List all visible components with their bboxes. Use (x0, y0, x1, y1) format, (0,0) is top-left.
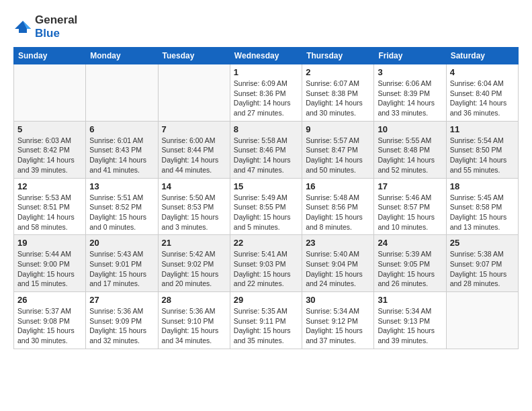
day-number: 28 (162, 295, 226, 305)
weekday-header-tuesday: Tuesday (158, 48, 230, 64)
day-number: 2 (306, 67, 370, 77)
day-number: 1 (234, 67, 298, 77)
day-info: Sunrise: 5:38 AM Sunset: 9:07 PM Dayligh… (450, 249, 515, 289)
day-number: 13 (89, 181, 154, 191)
day-number: 5 (17, 124, 82, 134)
day-number: 27 (89, 295, 154, 305)
day-info: Sunrise: 5:42 AM Sunset: 9:02 PM Dayligh… (162, 249, 226, 289)
weekday-header-wednesday: Wednesday (230, 48, 302, 64)
day-info: Sunrise: 5:36 AM Sunset: 9:09 PM Dayligh… (89, 306, 154, 346)
day-info: Sunrise: 6:04 AM Sunset: 8:40 PM Dayligh… (450, 79, 515, 118)
day-info: Sunrise: 5:36 AM Sunset: 9:10 PM Dayligh… (162, 306, 226, 346)
day-number: 15 (234, 181, 298, 191)
calendar-cell: 9Sunrise: 5:57 AM Sunset: 8:47 PM Daylig… (302, 121, 374, 178)
day-number: 4 (450, 67, 515, 77)
calendar-cell (86, 64, 158, 122)
calendar-cell: 29Sunrise: 5:35 AM Sunset: 9:11 PM Dayli… (230, 292, 302, 349)
day-info: Sunrise: 5:35 AM Sunset: 9:11 PM Dayligh… (234, 306, 298, 346)
calendar-cell: 10Sunrise: 5:55 AM Sunset: 8:48 PM Dayli… (374, 121, 446, 178)
day-number: 8 (234, 124, 298, 134)
calendar-cell: 15Sunrise: 5:49 AM Sunset: 8:55 PM Dayli… (230, 178, 302, 235)
calendar-cell: 27Sunrise: 5:36 AM Sunset: 9:09 PM Dayli… (86, 292, 158, 349)
calendar-cell (14, 64, 86, 122)
calendar-cell: 20Sunrise: 5:43 AM Sunset: 9:01 PM Dayli… (86, 235, 158, 292)
day-info: Sunrise: 5:34 AM Sunset: 9:13 PM Dayligh… (378, 306, 442, 346)
day-number: 20 (89, 238, 154, 248)
day-info: Sunrise: 5:51 AM Sunset: 8:52 PM Dayligh… (89, 193, 154, 232)
day-number: 31 (378, 295, 442, 305)
day-info: Sunrise: 6:00 AM Sunset: 8:44 PM Dayligh… (162, 136, 226, 175)
calendar-cell: 14Sunrise: 5:50 AM Sunset: 8:53 PM Dayli… (158, 178, 230, 235)
day-info: Sunrise: 5:45 AM Sunset: 8:58 PM Dayligh… (450, 193, 515, 232)
logo-blue: Blue (35, 27, 60, 40)
calendar-cell: 26Sunrise: 5:37 AM Sunset: 9:08 PM Dayli… (14, 292, 86, 349)
calendar-cell: 25Sunrise: 5:38 AM Sunset: 9:07 PM Dayli… (446, 235, 518, 292)
calendar-cell: 16Sunrise: 5:48 AM Sunset: 8:56 PM Dayli… (302, 178, 374, 235)
day-info: Sunrise: 5:41 AM Sunset: 9:03 PM Dayligh… (234, 249, 298, 289)
calendar-cell: 2Sunrise: 6:07 AM Sunset: 8:38 PM Daylig… (302, 64, 374, 122)
calendar-week-row: 1Sunrise: 6:09 AM Sunset: 8:36 PM Daylig… (14, 64, 519, 122)
day-info: Sunrise: 5:55 AM Sunset: 8:48 PM Dayligh… (378, 136, 442, 175)
logo-general: General (35, 13, 77, 26)
day-number: 16 (306, 181, 370, 191)
calendar-cell: 11Sunrise: 5:54 AM Sunset: 8:50 PM Dayli… (446, 121, 518, 178)
calendar-cell: 30Sunrise: 5:34 AM Sunset: 9:12 PM Dayli… (302, 292, 374, 349)
calendar-cell: 1Sunrise: 6:09 AM Sunset: 8:36 PM Daylig… (230, 64, 302, 122)
day-info: Sunrise: 6:09 AM Sunset: 8:36 PM Dayligh… (234, 79, 298, 118)
page-header: General Blue (13, 13, 519, 40)
logo-icon (13, 19, 32, 34)
weekday-header-sunday: Sunday (14, 48, 86, 64)
calendar-week-row: 26Sunrise: 5:37 AM Sunset: 9:08 PM Dayli… (14, 292, 519, 349)
calendar-cell: 12Sunrise: 5:53 AM Sunset: 8:51 PM Dayli… (14, 178, 86, 235)
day-info: Sunrise: 5:39 AM Sunset: 9:05 PM Dayligh… (378, 249, 442, 289)
day-number: 9 (306, 124, 370, 134)
day-info: Sunrise: 5:57 AM Sunset: 8:47 PM Dayligh… (306, 136, 370, 175)
calendar-cell: 24Sunrise: 5:39 AM Sunset: 9:05 PM Dayli… (374, 235, 446, 292)
day-info: Sunrise: 6:01 AM Sunset: 8:43 PM Dayligh… (89, 136, 154, 175)
day-number: 11 (450, 124, 515, 134)
calendar-cell: 28Sunrise: 5:36 AM Sunset: 9:10 PM Dayli… (158, 292, 230, 349)
calendar-cell: 8Sunrise: 5:58 AM Sunset: 8:46 PM Daylig… (230, 121, 302, 178)
weekday-header-thursday: Thursday (302, 48, 374, 64)
calendar-week-row: 12Sunrise: 5:53 AM Sunset: 8:51 PM Dayli… (14, 178, 519, 235)
calendar-cell: 19Sunrise: 5:44 AM Sunset: 9:00 PM Dayli… (14, 235, 86, 292)
day-number: 24 (378, 238, 442, 248)
day-number: 21 (162, 238, 226, 248)
day-number: 10 (378, 124, 442, 134)
day-number: 18 (450, 181, 515, 191)
day-number: 22 (234, 238, 298, 248)
day-info: Sunrise: 5:37 AM Sunset: 9:08 PM Dayligh… (17, 306, 82, 346)
day-info: Sunrise: 5:53 AM Sunset: 8:51 PM Dayligh… (17, 193, 82, 232)
weekday-header-friday: Friday (374, 48, 446, 64)
day-info: Sunrise: 5:58 AM Sunset: 8:46 PM Dayligh… (234, 136, 298, 175)
day-number: 17 (378, 181, 442, 191)
weekday-header-saturday: Saturday (446, 48, 518, 64)
weekday-header-monday: Monday (86, 48, 158, 64)
day-info: Sunrise: 5:40 AM Sunset: 9:04 PM Dayligh… (306, 249, 370, 289)
calendar-week-row: 19Sunrise: 5:44 AM Sunset: 9:00 PM Dayli… (14, 235, 519, 292)
day-number: 14 (162, 181, 226, 191)
day-info: Sunrise: 5:34 AM Sunset: 9:12 PM Dayligh… (306, 306, 370, 346)
calendar-cell: 31Sunrise: 5:34 AM Sunset: 9:13 PM Dayli… (374, 292, 446, 349)
calendar-cell: 22Sunrise: 5:41 AM Sunset: 9:03 PM Dayli… (230, 235, 302, 292)
day-number: 30 (306, 295, 370, 305)
calendar-cell: 23Sunrise: 5:40 AM Sunset: 9:04 PM Dayli… (302, 235, 374, 292)
day-number: 6 (89, 124, 154, 134)
weekday-header-row: SundayMondayTuesdayWednesdayThursdayFrid… (14, 48, 519, 64)
calendar-cell (158, 64, 230, 122)
logo: General Blue (13, 13, 77, 40)
day-info: Sunrise: 5:54 AM Sunset: 8:50 PM Dayligh… (450, 136, 515, 175)
calendar-cell: 13Sunrise: 5:51 AM Sunset: 8:52 PM Dayli… (86, 178, 158, 235)
day-info: Sunrise: 6:03 AM Sunset: 8:42 PM Dayligh… (17, 136, 82, 175)
calendar-cell: 21Sunrise: 5:42 AM Sunset: 9:02 PM Dayli… (158, 235, 230, 292)
day-number: 23 (306, 238, 370, 248)
day-info: Sunrise: 6:06 AM Sunset: 8:39 PM Dayligh… (378, 79, 442, 118)
calendar-cell: 6Sunrise: 6:01 AM Sunset: 8:43 PM Daylig… (86, 121, 158, 178)
day-info: Sunrise: 5:50 AM Sunset: 8:53 PM Dayligh… (162, 193, 226, 232)
day-info: Sunrise: 5:46 AM Sunset: 8:57 PM Dayligh… (378, 193, 442, 232)
day-info: Sunrise: 5:49 AM Sunset: 8:55 PM Dayligh… (234, 193, 298, 232)
day-number: 3 (378, 67, 442, 77)
calendar-cell: 18Sunrise: 5:45 AM Sunset: 8:58 PM Dayli… (446, 178, 518, 235)
day-number: 7 (162, 124, 226, 134)
calendar-cell: 17Sunrise: 5:46 AM Sunset: 8:57 PM Dayli… (374, 178, 446, 235)
